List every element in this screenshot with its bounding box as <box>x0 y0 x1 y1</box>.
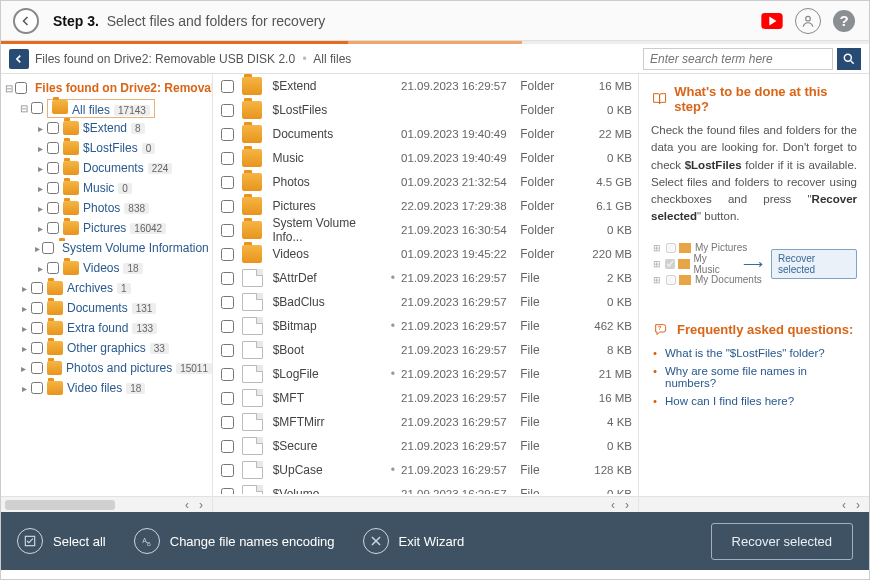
expand-icon[interactable]: ▸ <box>19 343 29 354</box>
expand-icon[interactable]: ▸ <box>35 243 40 254</box>
row-checkbox[interactable] <box>221 392 234 405</box>
list-row[interactable]: $UpCase•21.09.2023 16:29:57File128 KB <box>213 458 638 482</box>
expand-icon[interactable]: ▸ <box>19 303 29 314</box>
row-checkbox[interactable] <box>221 104 234 117</box>
tree-item[interactable]: ▸Archives1 <box>1 278 212 298</box>
faq-link[interactable]: How can I find files here? <box>651 392 857 410</box>
tree-item[interactable]: ▸Extra found133 <box>1 318 212 338</box>
tree-checkbox[interactable] <box>31 382 43 394</box>
select-all-button[interactable]: Select all <box>17 528 106 554</box>
list-row[interactable]: $AttrDef•21.09.2023 16:29:57File2 KB <box>213 266 638 290</box>
help-icon[interactable]: ? <box>831 8 857 34</box>
row-checkbox[interactable] <box>221 296 234 309</box>
tree-item[interactable]: ▸$LostFiles0 <box>1 138 212 158</box>
row-checkbox[interactable] <box>221 176 234 189</box>
list-row[interactable]: $LostFilesFolder0 KB <box>213 98 638 122</box>
faq-link[interactable]: Why are some file names in numbers? <box>651 362 857 392</box>
expand-icon[interactable]: ▸ <box>35 123 45 134</box>
expand-icon[interactable]: ▸ <box>35 263 45 274</box>
tree-checkbox[interactable] <box>31 322 43 334</box>
user-icon[interactable] <box>795 8 821 34</box>
row-checkbox[interactable] <box>221 344 234 357</box>
exit-wizard-button[interactable]: Exit Wizard <box>363 528 465 554</box>
tree-item[interactable]: ▸Photos838 <box>1 198 212 218</box>
row-checkbox[interactable] <box>221 224 234 237</box>
tree-checkbox[interactable] <box>47 202 59 214</box>
expand-icon[interactable]: ▸ <box>35 223 45 234</box>
list-row[interactable]: Documents01.09.2023 19:40:49Folder22 MB <box>213 122 638 146</box>
tree-item[interactable]: ▸Other graphics33 <box>1 338 212 358</box>
tree-checkbox[interactable] <box>31 362 43 374</box>
list-row[interactable]: System Volume Info...21.09.2023 16:30:54… <box>213 218 638 242</box>
row-checkbox[interactable] <box>221 128 234 141</box>
search-button[interactable] <box>837 48 861 70</box>
expand-icon[interactable]: ▸ <box>35 163 45 174</box>
expand-icon[interactable]: ▸ <box>35 143 45 154</box>
list-row[interactable]: $BadClus21.09.2023 16:29:57File0 KB <box>213 290 638 314</box>
list-row[interactable]: Videos01.09.2023 19:45:22Folder220 MB <box>213 242 638 266</box>
tree-item[interactable]: ▸Videos18 <box>1 258 212 278</box>
list-row[interactable]: $LogFile•21.09.2023 16:29:57File21 MB <box>213 362 638 386</box>
list-row[interactable]: $Bitmap•21.09.2023 16:29:57File462 KB <box>213 314 638 338</box>
tree-checkbox[interactable] <box>31 282 43 294</box>
tree-item[interactable]: ▸Documents131 <box>1 298 212 318</box>
list-row[interactable]: $MFT21.09.2023 16:29:57File16 MB <box>213 386 638 410</box>
list-hscrollbar[interactable]: ‹ › <box>213 496 638 512</box>
tree-hscrollbar[interactable]: ‹ › <box>1 496 212 512</box>
encoding-button[interactable]: AБ Change file names encoding <box>134 528 335 554</box>
tree-checkbox[interactable] <box>47 262 59 274</box>
row-checkbox[interactable] <box>221 416 234 429</box>
list-row[interactable]: Music01.09.2023 19:40:49Folder0 KB <box>213 146 638 170</box>
tree-checkbox[interactable] <box>47 222 59 234</box>
row-checkbox[interactable] <box>221 200 234 213</box>
tree-root[interactable]: ⊟ Files found on Drive2: Removab <box>1 78 212 98</box>
scroll-left-icon[interactable]: ‹ <box>606 498 620 512</box>
expand-icon[interactable]: ▸ <box>19 323 29 334</box>
tree-item[interactable]: ▸Documents224 <box>1 158 212 178</box>
row-checkbox[interactable] <box>221 368 234 381</box>
collapse-icon[interactable]: ⊟ <box>5 83 13 94</box>
search-input[interactable] <box>643 48 833 70</box>
expand-icon[interactable]: ▸ <box>35 203 45 214</box>
faq-link[interactable]: What is the "$LostFiles" folder? <box>651 344 857 362</box>
row-checkbox[interactable] <box>221 464 234 477</box>
tree-checkbox[interactable] <box>31 102 43 114</box>
list-row[interactable]: Photos01.09.2023 21:32:54Folder4.5 GB <box>213 170 638 194</box>
list-row[interactable]: Pictures22.09.2023 17:29:38Folder6.1 GB <box>213 194 638 218</box>
tree-allfiles[interactable]: ⊟ All files17143 <box>1 98 212 118</box>
list-row[interactable]: $Extend21.09.2023 16:29:57Folder16 MB <box>213 74 638 98</box>
tree-item[interactable]: ▸$Extend8 <box>1 118 212 138</box>
scroll-left-icon[interactable]: ‹ <box>837 498 851 512</box>
list-row[interactable]: $Boot21.09.2023 16:29:57File8 KB <box>213 338 638 362</box>
list-row[interactable]: $Secure21.09.2023 16:29:57File0 KB <box>213 434 638 458</box>
back-button[interactable] <box>13 8 39 34</box>
tree-checkbox[interactable] <box>47 182 59 194</box>
row-checkbox[interactable] <box>221 248 234 261</box>
tree-root-checkbox[interactable] <box>15 82 27 94</box>
expand-icon[interactable]: ▸ <box>35 183 45 194</box>
row-checkbox[interactable] <box>221 320 234 333</box>
row-checkbox[interactable] <box>221 152 234 165</box>
tree-checkbox[interactable] <box>31 342 43 354</box>
tree-checkbox[interactable] <box>47 162 59 174</box>
tree-checkbox[interactable] <box>42 242 54 254</box>
list-row[interactable]: $Volume21.09.2023 16:29:57File0 KB <box>213 482 638 494</box>
tree-checkbox[interactable] <box>47 122 59 134</box>
tree-item[interactable]: ▸Pictures16042 <box>1 218 212 238</box>
expand-icon[interactable]: ▸ <box>19 383 29 394</box>
tree-item[interactable]: ▸Video files18 <box>1 378 212 398</box>
help-hscrollbar[interactable]: ‹ › <box>639 496 869 512</box>
expand-icon[interactable]: ▸ <box>19 363 29 374</box>
tree-item[interactable]: ▸Music0 <box>1 178 212 198</box>
collapse-icon[interactable]: ⊟ <box>19 103 29 114</box>
tree-item[interactable]: ▸Photos and pictures15011 <box>1 358 212 378</box>
scroll-right-icon[interactable]: › <box>851 498 865 512</box>
list-row[interactable]: $MFTMirr21.09.2023 16:29:57File4 KB <box>213 410 638 434</box>
row-checkbox[interactable] <box>221 80 234 93</box>
row-checkbox[interactable] <box>221 488 234 495</box>
breadcrumb-back-button[interactable] <box>9 49 29 69</box>
tree-item[interactable]: ▸System Volume Information2 <box>1 238 212 258</box>
row-checkbox[interactable] <box>221 272 234 285</box>
expand-icon[interactable]: ▸ <box>19 283 29 294</box>
tree-checkbox[interactable] <box>31 302 43 314</box>
